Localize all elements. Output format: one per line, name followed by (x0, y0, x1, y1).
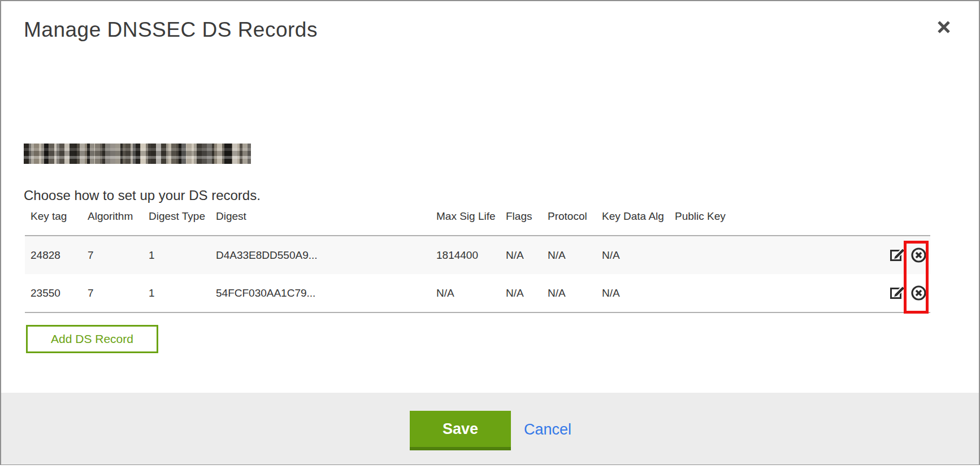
row-actions (881, 274, 930, 312)
cell-digest: D4A33E8DD550A9... (210, 236, 431, 274)
row-actions (881, 236, 930, 274)
cell-key-data-alg: N/A (596, 274, 669, 312)
close-icon[interactable] (934, 17, 954, 37)
cell-public-key (669, 274, 881, 312)
pencil-square-icon (890, 247, 905, 263)
cell-protocol: N/A (542, 274, 596, 312)
cell-key-data-alg: N/A (596, 236, 669, 274)
table-row: 23550 7 1 54FCF030AA1C79... N/A N/A N/A … (25, 274, 930, 312)
col-header-protocol: Protocol (542, 210, 596, 236)
cell-algorithm: 7 (82, 236, 143, 274)
x-icon (935, 19, 952, 36)
col-header-digest-type: Digest Type (143, 210, 210, 236)
dnssec-dialog: Manage DNSSEC DS Records Choose how to s… (0, 0, 980, 465)
delete-record-button[interactable] (910, 247, 927, 263)
col-header-key-data-alg: Key Data Alg (596, 210, 669, 236)
col-header-key-tag: Key tag (25, 210, 82, 236)
cancel-link[interactable]: Cancel (524, 421, 571, 438)
cell-digest-type: 1 (143, 274, 210, 312)
col-header-max-sig-life: Max Sig Life (431, 210, 500, 236)
instruction-text: Choose how to set up your DS records. (24, 188, 261, 203)
col-header-digest: Digest (210, 210, 431, 236)
cell-max-sig-life: 1814400 (431, 236, 500, 274)
col-header-flags: Flags (500, 210, 542, 236)
cell-flags: N/A (500, 274, 542, 312)
table-header-row: Key tag Algorithm Digest Type Digest Max… (25, 210, 930, 236)
save-button[interactable]: Save (410, 411, 511, 450)
cell-algorithm: 7 (82, 274, 143, 312)
page-title: Manage DNSSEC DS Records (24, 18, 318, 42)
redacted-domain-name (24, 144, 251, 164)
add-ds-record-button[interactable]: Add DS Record (26, 325, 158, 353)
ds-records-table: Key tag Algorithm Digest Type Digest Max… (25, 210, 930, 313)
edit-record-button[interactable] (890, 285, 905, 301)
cell-key-tag: 24828 (25, 236, 82, 274)
pencil-square-icon (890, 285, 905, 301)
cell-public-key (669, 236, 881, 274)
table-row: 24828 7 1 D4A33E8DD550A9... 1814400 N/A … (25, 236, 930, 274)
edit-record-button[interactable] (890, 247, 905, 263)
circle-x-icon (910, 285, 927, 301)
cell-digest: 54FCF030AA1C79... (210, 274, 431, 312)
col-header-algorithm: Algorithm (82, 210, 143, 236)
dialog-footer: Save Cancel (1, 393, 979, 464)
delete-record-button[interactable] (910, 285, 927, 301)
circle-x-icon (910, 247, 927, 263)
cell-key-tag: 23550 (25, 274, 82, 312)
cell-max-sig-life: N/A (431, 274, 500, 312)
cell-protocol: N/A (542, 236, 596, 274)
cell-flags: N/A (500, 236, 542, 274)
col-header-public-key: Public Key (669, 210, 881, 236)
cell-digest-type: 1 (143, 236, 210, 274)
col-header-actions (881, 210, 930, 236)
